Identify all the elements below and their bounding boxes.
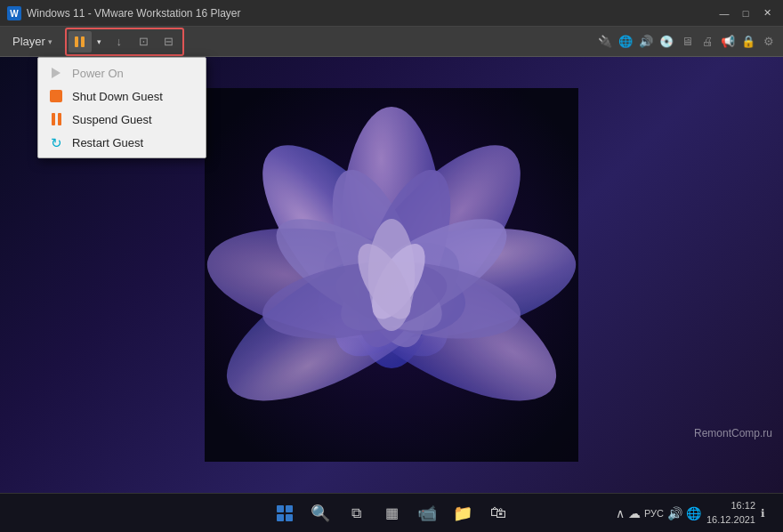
maximize-button[interactable]: □ <box>737 5 755 21</box>
power-dropdown-button[interactable]: ▾ <box>93 31 106 52</box>
file-explorer-button[interactable]: 📁 <box>447 497 479 529</box>
network-tray-icon[interactable]: 🌐 <box>686 506 701 520</box>
download-icon: ↓ <box>117 35 123 48</box>
clock-time: 16:12 <box>731 499 755 512</box>
send-ctrl-alt-del-button[interactable]: ↓ <box>108 31 131 52</box>
menu-item-restart-guest[interactable]: ↻ Restart Guest <box>38 131 206 154</box>
clock-date-text: 16.12.2021 <box>706 513 755 527</box>
player-arrow: ▾ <box>48 37 52 46</box>
clock-date[interactable]: 16:12 16.12.2021 <box>706 499 755 527</box>
svg-rect-21 <box>277 514 284 521</box>
audio-icon-btn[interactable]: 🔊 <box>637 33 655 51</box>
right-toolbar: 🔌 🌐 🔊 💿 🖥 🖨 📢 🔒 ⚙ <box>596 33 778 51</box>
windows-start-button[interactable] <box>269 497 301 529</box>
svg-rect-22 <box>286 514 293 521</box>
tray-icons: ∧ ☁ РУС 🔊 🌐 <box>616 506 701 520</box>
close-button[interactable]: ✕ <box>758 5 776 21</box>
power-dropdown-menu: Power On Shut Down Guest Suspend Guest ↻… <box>37 57 206 158</box>
fullscreen-button[interactable]: ⊡ <box>133 31 156 52</box>
svg-rect-20 <box>286 505 293 512</box>
cloud-icon[interactable]: ☁ <box>628 506 641 520</box>
player-label: Player <box>12 35 45 48</box>
display-icon-btn[interactable]: 🖥 <box>678 33 696 51</box>
vmware-icon: W <box>7 6 21 20</box>
chevron-up-icon[interactable]: ∧ <box>616 506 625 520</box>
pause-icon <box>75 36 85 47</box>
menu-item-restart-label: Restart Guest <box>72 136 143 149</box>
usb-icon-btn[interactable]: 🔌 <box>596 33 614 51</box>
task-view-button[interactable]: ⧉ <box>340 497 372 529</box>
restart-icon: ↻ <box>49 135 63 149</box>
window-controls: — □ ✕ <box>715 5 776 21</box>
menu-item-power-on[interactable]: Power On <box>38 61 206 85</box>
language-indicator[interactable]: РУС <box>644 508 664 519</box>
taskbar-icons-center: 🔍 ⧉ ▦ 📹 📁 🛍 <box>269 497 514 529</box>
pause-button[interactable] <box>69 31 92 52</box>
menu-item-suspend-guest[interactable]: Suspend Guest <box>38 108 206 131</box>
windows-logo-icon <box>276 504 294 522</box>
fullscreen-icon: ⊡ <box>139 35 149 48</box>
store-button[interactable]: 🛍 <box>482 497 514 529</box>
network-icon-btn[interactable]: 🌐 <box>617 33 634 51</box>
svg-rect-19 <box>277 505 284 512</box>
menu-bar: Player ▾ ▾ ↓ ⊡ ⊟ 🔌 🌐 🔊 💿 🖥 🖨 <box>0 27 783 57</box>
dropdown-arrow-icon: ▾ <box>97 37 101 46</box>
title-bar-left: W Windows 11 - VMware Workstation 16 Pla… <box>7 6 241 20</box>
unity-button[interactable]: ⊟ <box>157 31 181 52</box>
settings-icon-btn[interactable]: ⚙ <box>760 33 778 51</box>
cd-icon-btn[interactable]: 💿 <box>658 33 675 51</box>
minimize-button[interactable]: — <box>715 5 733 21</box>
wallpaper-graphic <box>205 88 578 462</box>
search-button[interactable]: 🔍 <box>304 497 336 529</box>
shutdown-icon <box>49 89 63 103</box>
widgets-button[interactable]: ▦ <box>375 497 408 529</box>
system-tray: ∧ ☁ РУС 🔊 🌐 16:12 16.12.2021 ℹ <box>616 494 765 533</box>
player-menu[interactable]: Player ▾ <box>5 31 60 52</box>
teams-button[interactable]: 📹 <box>411 497 443 529</box>
svg-text:W: W <box>10 9 19 19</box>
menu-item-shut-down-label: Shut Down Guest <box>72 90 163 103</box>
taskbar: 🔍 ⧉ ▦ 📹 📁 🛍 ∧ ☁ РУС 🔊 🌐 16:12 16.12.2021… <box>0 493 783 532</box>
play-icon <box>49 66 63 80</box>
info-icon[interactable]: ℹ <box>761 507 765 520</box>
menu-item-shut-down-guest[interactable]: Shut Down Guest <box>38 85 206 108</box>
unity-icon: ⊟ <box>164 35 174 48</box>
menu-item-power-on-label: Power On <box>72 67 124 80</box>
title-text: Windows 11 - VMware Workstation 16 Playe… <box>27 7 241 20</box>
suspend-icon <box>49 112 63 126</box>
lock-icon-btn[interactable]: 🔒 <box>739 33 757 51</box>
sound-tray-icon[interactable]: 🔊 <box>667 506 682 520</box>
title-bar: W Windows 11 - VMware Workstation 16 Pla… <box>0 0 783 27</box>
sound-icon-btn[interactable]: 📢 <box>719 33 737 51</box>
power-toolbar-group: ▾ ↓ ⊡ ⊟ <box>65 28 184 56</box>
printer-icon-btn[interactable]: 🖨 <box>698 33 716 51</box>
taskbar-container: 🔍 ⧉ ▦ 📹 📁 🛍 ∧ ☁ РУС 🔊 🌐 16:12 16.12.2021… <box>9 494 774 533</box>
menu-item-suspend-label: Suspend Guest <box>72 113 152 126</box>
